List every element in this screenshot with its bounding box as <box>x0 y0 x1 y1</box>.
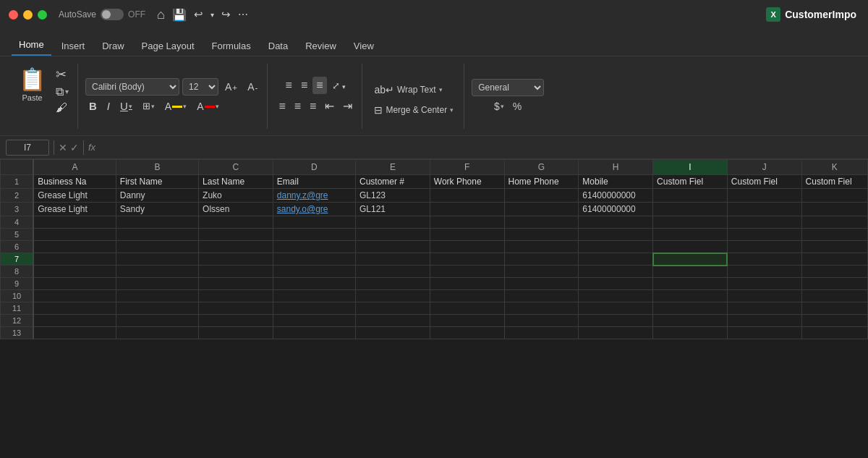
cell-B5[interactable] <box>116 229 198 241</box>
cell-F2[interactable] <box>430 189 504 203</box>
cell-K13[interactable] <box>801 327 867 339</box>
cell-J3[interactable] <box>727 203 801 216</box>
font-family-select[interactable]: Calibri (Body) <box>85 78 179 96</box>
cell-A9[interactable] <box>33 278 116 290</box>
cell-C13[interactable] <box>199 327 273 339</box>
row-num-5[interactable]: 5 <box>1 229 34 241</box>
menu-data[interactable]: Data <box>261 36 295 56</box>
cell-J4[interactable] <box>727 216 801 229</box>
cell-A12[interactable] <box>33 315 116 327</box>
cell-J2[interactable] <box>727 189 801 203</box>
col-header-E[interactable]: E <box>356 160 430 175</box>
cell-E6[interactable] <box>356 241 430 253</box>
cell-F1[interactable]: Work Phone <box>430 175 504 189</box>
menu-home[interactable]: Home <box>12 35 51 56</box>
row-num-2[interactable]: 2 <box>1 189 34 203</box>
cell-E2[interactable]: GL123 <box>356 189 430 203</box>
cell-K3[interactable] <box>801 203 867 216</box>
col-header-D[interactable]: D <box>273 160 355 175</box>
cell-G10[interactable] <box>504 290 579 302</box>
cell-A7[interactable] <box>33 253 116 266</box>
number-format-select[interactable]: General <box>472 79 544 96</box>
cell-A8[interactable] <box>33 266 116 278</box>
cell-B4[interactable] <box>116 216 198 229</box>
more-icon[interactable]: ⋯ <box>238 9 248 20</box>
cell-E10[interactable] <box>356 290 430 302</box>
align-right-button[interactable]: ≡ <box>306 98 320 115</box>
maximize-button[interactable] <box>38 10 47 20</box>
cell-H13[interactable] <box>579 327 653 339</box>
cell-A4[interactable] <box>33 216 116 229</box>
col-header-H[interactable]: H <box>579 160 653 175</box>
cell-E4[interactable] <box>356 216 430 229</box>
row-num-4[interactable]: 4 <box>1 216 34 229</box>
row-num-10[interactable]: 10 <box>1 290 34 302</box>
cell-A1[interactable]: Business Na <box>33 175 116 189</box>
cell-C9[interactable] <box>199 278 273 290</box>
cell-H9[interactable] <box>579 278 653 290</box>
cell-G1[interactable]: Home Phone <box>504 175 579 189</box>
cell-G12[interactable] <box>504 315 579 327</box>
cell-J11[interactable] <box>727 302 801 315</box>
cell-E7[interactable] <box>356 253 430 266</box>
cell-J7[interactable] <box>727 253 801 266</box>
cell-D7[interactable] <box>273 253 355 266</box>
cell-H2[interactable]: 61400000000 <box>579 189 653 203</box>
row-num-3[interactable]: 3 <box>1 203 34 216</box>
font-size-select[interactable]: 12 <box>182 78 218 96</box>
align-center-button[interactable]: ≡ <box>291 98 305 115</box>
cell-G8[interactable] <box>504 266 579 278</box>
cell-C3[interactable]: Olssen <box>199 203 273 216</box>
formula-input[interactable] <box>100 140 862 154</box>
cell-D11[interactable] <box>273 302 355 315</box>
confirm-formula-icon[interactable]: ✓ <box>70 142 79 153</box>
align-left-button[interactable]: ≡ <box>275 98 289 115</box>
cell-reference-input[interactable] <box>6 140 49 156</box>
cell-A10[interactable] <box>33 290 116 302</box>
merge-center-button[interactable]: ⊟ Merge & Center ▾ <box>370 102 458 118</box>
cell-I4[interactable] <box>653 216 728 229</box>
cancel-formula-icon[interactable]: ✕ <box>59 142 67 153</box>
cell-H8[interactable] <box>579 266 653 278</box>
home-icon[interactable]: ⌂ <box>157 7 165 22</box>
align-top-button[interactable]: ≡ <box>282 77 296 94</box>
cell-H7[interactable] <box>579 253 653 266</box>
cell-G5[interactable] <box>504 229 579 241</box>
cell-B1[interactable]: First Name <box>116 175 198 189</box>
cell-B10[interactable] <box>116 290 198 302</box>
cell-A13[interactable] <box>33 327 116 339</box>
cell-K8[interactable] <box>801 266 867 278</box>
cell-C5[interactable] <box>199 229 273 241</box>
cell-J10[interactable] <box>727 290 801 302</box>
decrease-font-button[interactable]: A- <box>244 80 261 94</box>
cell-D5[interactable] <box>273 229 355 241</box>
cell-C7[interactable] <box>199 253 273 266</box>
col-header-K[interactable]: K <box>801 160 867 175</box>
align-bottom-button[interactable]: ≡ <box>312 77 326 94</box>
row-num-13[interactable]: 13 <box>1 327 34 339</box>
cell-D3[interactable]: sandy.o@gre <box>273 203 355 216</box>
row-num-12[interactable]: 12 <box>1 315 34 327</box>
underline-button[interactable]: U ▾ <box>116 98 136 114</box>
menu-formulas[interactable]: Formulas <box>205 36 258 56</box>
cell-K9[interactable] <box>801 278 867 290</box>
cell-H12[interactable] <box>579 315 653 327</box>
cell-I12[interactable] <box>653 315 728 327</box>
cell-G6[interactable] <box>504 241 579 253</box>
cell-K12[interactable] <box>801 315 867 327</box>
align-middle-button[interactable]: ≡ <box>297 77 311 94</box>
row-num-9[interactable]: 9 <box>1 278 34 290</box>
row-num-8[interactable]: 8 <box>1 266 34 278</box>
row-num-7[interactable]: 7 <box>1 253 34 266</box>
redo-icon[interactable]: ↪ <box>221 8 231 21</box>
undo-icon[interactable]: ↩ <box>194 8 203 21</box>
cell-I7[interactable] <box>653 253 728 266</box>
cell-F12[interactable] <box>430 315 504 327</box>
cell-K5[interactable] <box>801 229 867 241</box>
format-painter-button[interactable]: 🖌 <box>56 101 69 114</box>
cell-D1[interactable]: Email <box>273 175 355 189</box>
cell-C10[interactable] <box>199 290 273 302</box>
cell-B9[interactable] <box>116 278 198 290</box>
cell-J1[interactable]: Custom Fiel <box>727 175 801 189</box>
close-button[interactable] <box>9 10 18 20</box>
